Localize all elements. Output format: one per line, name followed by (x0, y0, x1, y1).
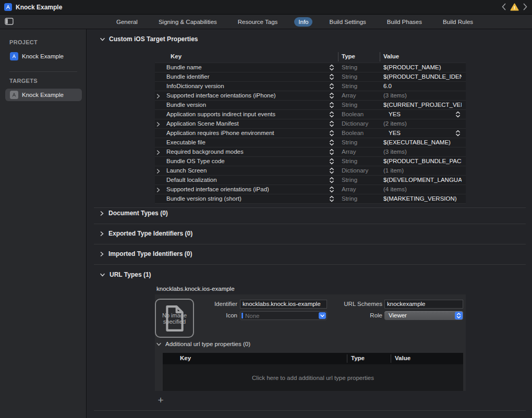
key-stepper-icon[interactable] (329, 73, 334, 81)
property-row[interactable]: Bundle nameString$(PRODUCT_NAME) (155, 63, 466, 72)
property-row[interactable]: Default localizationString$(DEVELOPMENT_… (155, 175, 466, 185)
key-stepper-icon[interactable] (329, 92, 334, 100)
section-custom-ios-target-properties[interactable]: Custom iOS Target Properties (100, 35, 198, 43)
warning-triangle-icon[interactable]: ! (510, 3, 519, 11)
key-stepper-icon[interactable] (329, 177, 334, 185)
disclosure-chevron-icon[interactable] (156, 150, 160, 156)
property-key: InfoDictionary version (166, 82, 224, 91)
property-row[interactable]: Bundle versionString$(CURRENT_PROJECT_VE… (155, 100, 466, 109)
property-value[interactable]: $(PRODUCT_NAME) (383, 63, 441, 72)
key-stepper-icon[interactable] (329, 158, 334, 166)
property-row[interactable]: Bundle OS Type codeString$(PRODUCT_BUNDL… (155, 156, 466, 166)
property-value[interactable]: 6.0 (383, 82, 392, 91)
property-value[interactable]: (2 items) (383, 119, 407, 128)
tab-build-phases[interactable]: Build Phases (383, 17, 426, 27)
key-stepper-icon[interactable] (329, 130, 334, 138)
tab-build-settings[interactable]: Build Settings (325, 17, 370, 27)
property-key: Supported interface orientations (iPad) (166, 185, 269, 194)
key-stepper-icon[interactable] (329, 167, 334, 175)
property-value[interactable]: $(DEVELOPMENT_LANGUAGI (383, 176, 462, 185)
property-value[interactable]: (3 items) (383, 147, 407, 156)
disclosure-chevron-icon[interactable] (156, 187, 160, 193)
tab-signing-capabilities[interactable]: Signing & Capabilities (154, 17, 221, 27)
key-stepper-icon[interactable] (329, 139, 334, 147)
key-stepper-icon[interactable] (329, 102, 334, 109)
property-row[interactable]: InfoDictionary versionString6.0 (155, 81, 466, 91)
additional-table-empty-row[interactable]: Click here to add additional url type pr… (163, 364, 463, 391)
property-value[interactable]: $(PRODUCT_BUNDLE_PACKA (383, 157, 462, 166)
tab-build-rules[interactable]: Build Rules (439, 17, 477, 27)
section-url-types[interactable]: URL Types (1) (100, 271, 151, 278)
identifier-label: Identifier (207, 300, 237, 309)
property-row[interactable]: Launch ScreenDictionary(1 item) (155, 166, 466, 175)
property-key: Executable file (166, 138, 205, 147)
key-stepper-icon[interactable] (329, 64, 334, 72)
tab-info[interactable]: Info (294, 17, 312, 27)
section-imported-type-identifiers[interactable]: Imported Type Identifiers (0) (100, 250, 192, 257)
add-url-type-button[interactable]: + (156, 396, 165, 405)
property-type: String (342, 72, 357, 81)
property-row[interactable]: Bundle identifierString$(PRODUCT_BUNDLE_… (155, 72, 466, 81)
property-value[interactable]: $(MARKETING_VERSION) (383, 194, 457, 203)
key-stepper-icon[interactable] (329, 195, 334, 203)
property-key: Default localization (166, 176, 217, 185)
popup-updown-button[interactable] (455, 312, 463, 319)
property-row[interactable]: Application requires iPhone environmentB… (155, 128, 466, 138)
key-stepper-icon[interactable] (329, 149, 334, 156)
property-type: Boolean (342, 129, 364, 138)
properties-rows: Bundle nameString$(PRODUCT_NAME)Bundle i… (155, 63, 466, 204)
property-value[interactable]: $(PRODUCT_BUNDLE_IDENT (383, 72, 462, 81)
property-value[interactable]: YES (389, 110, 401, 119)
property-row[interactable]: Bundle version string (short)String$(MAR… (155, 194, 466, 203)
property-key: Supported interface orientations (iPhone… (166, 91, 276, 100)
section-exported-type-identifiers[interactable]: Exported Type Identifiers (0) (100, 230, 192, 237)
value-stepper-icon[interactable] (455, 111, 461, 119)
property-row[interactable]: Application Scene ManifestDictionary(2 i… (155, 119, 466, 128)
disclosure-chevron-icon[interactable] (156, 121, 160, 128)
chevron-down-icon (156, 342, 161, 346)
property-key: Bundle identifier (166, 72, 209, 81)
role-popup[interactable]: Viewer (384, 311, 463, 320)
property-value[interactable]: (3 items) (383, 91, 407, 100)
property-key: Application supports indirect input even… (166, 110, 275, 119)
combo-dropdown-button[interactable] (319, 312, 326, 319)
key-stepper-icon[interactable] (329, 111, 334, 119)
property-row[interactable]: Required background modesArray(3 items) (155, 147, 466, 156)
disclosure-chevron-icon[interactable] (156, 93, 160, 100)
url-type-image-well[interactable]: No image specified (155, 299, 194, 338)
tab-general[interactable]: General (112, 17, 142, 27)
property-type: Boolean (342, 110, 364, 119)
property-value[interactable]: (4 items) (383, 185, 407, 194)
property-value[interactable]: (1 item) (383, 166, 404, 175)
divider (94, 244, 526, 244)
property-row[interactable]: Executable fileString$(EXECUTABLE_NAME) (155, 138, 466, 147)
value-stepper-icon[interactable] (455, 130, 461, 138)
property-row[interactable]: Supported interface orientations (iPad)A… (155, 185, 466, 194)
property-row[interactable]: Supported interface orientations (iPhone… (155, 91, 466, 100)
disclosure-chevron-icon[interactable] (156, 168, 160, 175)
key-stepper-icon[interactable] (329, 120, 334, 128)
additional-properties-disclosure[interactable]: Additional url type properties (0) (156, 341, 250, 347)
key-stepper-icon[interactable] (329, 83, 334, 91)
forward-button[interactable] (523, 3, 528, 11)
url-schemes-label: URL Schemes (335, 300, 382, 309)
property-row[interactable]: Application supports indirect input even… (155, 109, 466, 119)
title-bar: Knock Example ! (0, 0, 532, 15)
url-type-item-title: knocklabs.knock.ios-example (156, 286, 235, 292)
project-app-icon (4, 3, 12, 11)
icon-combo[interactable]: None (240, 311, 327, 320)
url-schemes-field[interactable]: knockexample (384, 300, 463, 309)
property-value[interactable]: YES (389, 129, 401, 138)
tab-resource-tags[interactable]: Resource Tags (234, 17, 282, 27)
sidebar-targets-header: TARGETS (9, 78, 38, 84)
section-title: Document Types (0) (108, 210, 168, 217)
sidebar-item-project[interactable]: Knock Example (5, 50, 82, 63)
sidebar-toggle-icon[interactable] (5, 18, 14, 26)
section-document-types[interactable]: Document Types (0) (100, 210, 168, 217)
property-value[interactable]: $(EXECUTABLE_NAME) (383, 138, 451, 147)
back-button[interactable] (501, 3, 506, 11)
key-stepper-icon[interactable] (329, 186, 334, 194)
sidebar-item-target[interactable]: Knock Example (5, 89, 82, 101)
identifier-field[interactable]: knocklabs.knock.ios-example (240, 300, 327, 309)
property-value[interactable]: $(CURRENT_PROJECT_VERS (383, 101, 462, 109)
